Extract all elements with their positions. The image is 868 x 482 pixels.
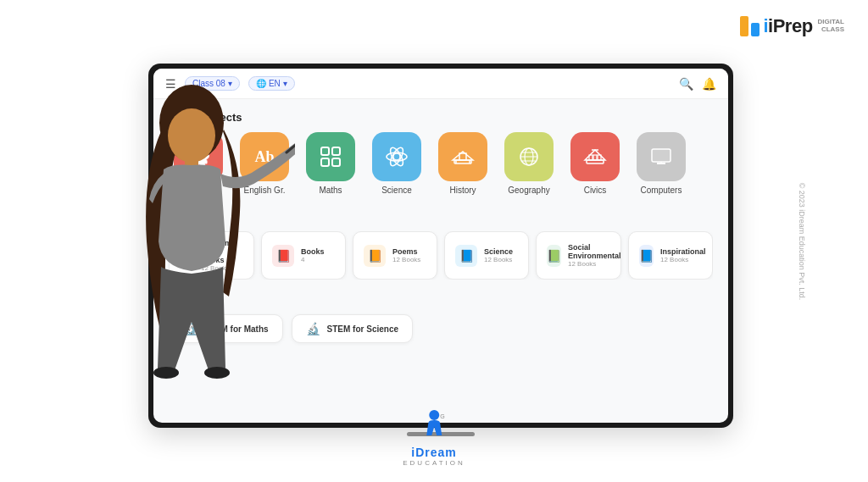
svg-point-33: [204, 367, 230, 379]
copyright-text: © 2023 iDream Education Pvt. Ltd.: [798, 182, 807, 300]
book-inspirational[interactable]: 📘 Inspirational 12 Books: [628, 231, 713, 280]
iprep-logo-text: iiPrep: [763, 15, 812, 37]
subject-science[interactable]: Science: [367, 132, 426, 195]
subject-icon-history: [438, 132, 487, 181]
svg-rect-3: [332, 158, 340, 166]
idream-name: iDream: [411, 446, 456, 459]
book-science[interactable]: 📘 Science 12 Books: [444, 231, 529, 280]
subject-maths[interactable]: Maths: [301, 132, 360, 195]
svg-rect-0: [321, 147, 329, 155]
search-icon[interactable]: 🔍: [679, 77, 693, 91]
iprep-logo: iiPrep DIGITAL CLASS: [740, 15, 844, 37]
book-poems[interactable]: 📙 Poems 12 Books: [353, 231, 437, 280]
svg-rect-1: [332, 147, 340, 155]
idream-figure-icon: [421, 408, 447, 444]
practical-stem-science[interactable]: 🔬 STEM for Science: [292, 314, 413, 343]
book-info-inspirational: Inspirational 12 Books: [660, 247, 706, 263]
book-info-books: Books 4: [301, 247, 325, 263]
subject-civics[interactable]: Civics: [565, 132, 625, 195]
page-background: iiPrep DIGITAL CLASS © 2023 iDream Educa…: [0, 0, 868, 482]
book-info-science: Science 12 Books: [484, 247, 513, 263]
svg-rect-2: [321, 158, 329, 166]
svg-rect-20: [593, 155, 597, 160]
subject-icon-civics: [570, 132, 620, 181]
book-info-social-env: Social Environmental 12 Books: [568, 243, 621, 268]
notification-bell-icon[interactable]: 🔔: [702, 77, 716, 91]
svg-point-29: [168, 108, 215, 163]
subject-icon-computers: [637, 132, 686, 181]
subject-icon-science: [372, 132, 421, 181]
svg-point-35: [429, 410, 439, 420]
book-icon-science: 📘: [455, 245, 477, 267]
svg-point-4: [393, 153, 400, 160]
book-icon-inspirational: 📘: [639, 245, 654, 267]
stem-science-icon: 🔬: [306, 322, 320, 335]
logo-bar-orange: [740, 16, 748, 36]
svg-rect-25: [652, 149, 670, 162]
person-silhouette: [92, 72, 295, 428]
subject-geography[interactable]: Geography: [499, 132, 559, 195]
subject-computers[interactable]: Computers: [632, 132, 691, 195]
idream-logo-bottom: iDream EDUCATION: [403, 408, 465, 467]
subject-icon-geography: [504, 132, 554, 181]
book-icon-poems: 📙: [364, 245, 386, 267]
subject-icon-maths: [306, 132, 355, 181]
book-social-env[interactable]: 📗 Social Environmental 12 Books: [536, 231, 621, 280]
logo-bar-blue: [751, 23, 760, 36]
svg-point-32: [153, 367, 179, 379]
book-icon-social-env: 📗: [547, 245, 561, 267]
subject-history[interactable]: History: [433, 132, 492, 195]
book-info-poems: Poems 12 Books: [392, 247, 420, 263]
iprep-logo-icon: [740, 16, 760, 36]
idream-education: EDUCATION: [403, 459, 465, 467]
iprep-logo-subtitle: DIGITAL CLASS: [818, 19, 844, 34]
